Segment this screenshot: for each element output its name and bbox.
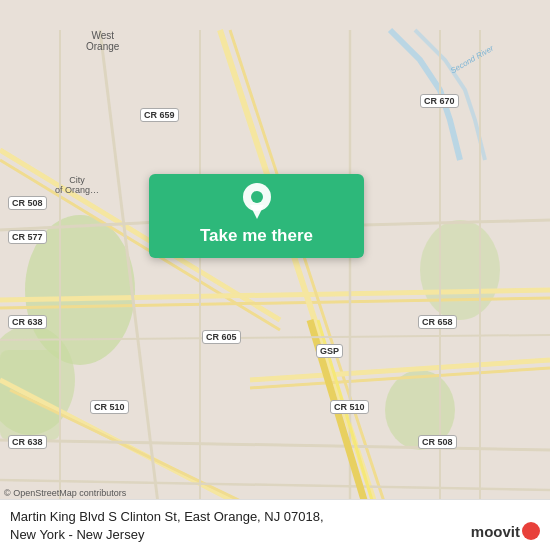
moovit-logo: moovit — [471, 522, 540, 540]
badge-cr638-top: CR 638 — [8, 315, 47, 329]
badge-cr577: CR 577 — [8, 230, 47, 244]
moovit-text: moovit — [471, 523, 520, 540]
address-line2: New York - New Jersey — [10, 527, 144, 542]
svg-point-30 — [251, 191, 263, 203]
map-container: CR 508 CR 659 CR 670 CR 577 CR 638 CR 60… — [0, 0, 550, 550]
badge-cr508-right: CR 508 — [418, 435, 457, 449]
take-me-there-label: Take me there — [200, 226, 313, 246]
badge-cr670: CR 670 — [420, 94, 459, 108]
badge-cr658: CR 658 — [418, 315, 457, 329]
moovit-icon — [522, 522, 540, 540]
attribution-text: © OpenStreetMap contributors — [4, 488, 126, 498]
take-me-there-button[interactable]: Take me there — [149, 174, 364, 258]
address-line1: Martin King Blvd S Clinton St, East Oran… — [10, 509, 324, 524]
info-bar: Martin King Blvd S Clinton St, East Oran… — [0, 499, 550, 550]
badge-cr510-right: CR 510 — [330, 400, 369, 414]
badge-cr659: CR 659 — [140, 108, 179, 122]
city-west-orange: WestOrange — [86, 30, 119, 52]
svg-marker-31 — [250, 205, 264, 219]
city-of-orange: Cityof Orang… — [55, 175, 99, 195]
badge-cr605: CR 605 — [202, 330, 241, 344]
address-text: Martin King Blvd S Clinton St, East Oran… — [10, 508, 540, 544]
badge-cr508-left: CR 508 — [8, 196, 47, 210]
badge-gsp: GSP — [316, 344, 343, 358]
badge-cr638-bottom: CR 638 — [8, 435, 47, 449]
svg-point-3 — [420, 220, 500, 320]
badge-cr510-left: CR 510 — [90, 400, 129, 414]
pin-icon — [239, 184, 275, 220]
map-svg — [0, 0, 550, 550]
